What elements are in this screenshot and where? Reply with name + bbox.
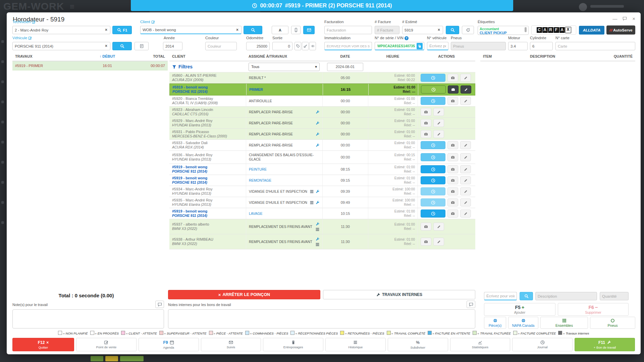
notes-textarea[interactable] [12, 309, 164, 328]
photo-button[interactable] [447, 74, 458, 82]
etiquette-tag[interactable]: Accountant [480, 27, 525, 31]
etiquettes-scrollbar[interactable] [525, 27, 527, 32]
autoserve-button[interactable]: ///AutoServe [606, 25, 635, 35]
edit-job-button[interactable] [460, 209, 471, 218]
job-row[interactable]: #5860 - ALAIN ST-PIERREACURA ZDX (2009) … [169, 72, 475, 83]
etiquette-tag[interactable]: CLIENT PICKUP [480, 31, 525, 35]
clear-technicien-icon[interactable]: × [105, 27, 107, 32]
start-timer-button[interactable] [421, 198, 445, 206]
job-row[interactable]: #5933 - Salvador DaliACURA RDX (2014) RE… [169, 140, 475, 151]
toolbar-historique-button[interactable]: Historique [325, 338, 386, 351]
minimize-icon[interactable]: — [612, 16, 617, 21]
job-row[interactable]: #5923 - Abraham LincolnCADILLAC CTS (201… [169, 107, 475, 118]
napa-canada-button[interactable]: NAPA Canada [508, 317, 538, 329]
internal-notes-textarea[interactable] [168, 309, 475, 328]
job-row[interactable]: #5936 - Marc-André RoyHYUNDAI Elantra (2… [169, 151, 475, 164]
edit-icon[interactable] [28, 36, 32, 40]
start-timer-button[interactable] [421, 85, 446, 94]
start-timer-button[interactable] [421, 209, 445, 218]
toolbar-statistiques-button[interactable]: Statistiques [450, 338, 511, 351]
photo-button[interactable] [421, 108, 431, 116]
internal-jobs-button[interactable]: TRAVAUX INTERNES [323, 290, 475, 299]
job-row[interactable]: #5938 - Arthur RIMBEAUBMW X3 (2022) REMP… [169, 234, 475, 249]
job-row[interactable]: #5919 - benoit wongPORSCHE 911 (2014) PR… [169, 83, 475, 96]
part-search-button[interactable] [520, 292, 533, 300]
technicien-input[interactable] [12, 26, 110, 34]
jobs-col-header[interactable]: ASSIGNÉ À/TRAVAUX [246, 52, 322, 61]
items-col-header[interactable]: QUANTITÉ [600, 52, 635, 61]
immatriculation-input[interactable] [324, 42, 372, 50]
start-timer-button[interactable] [421, 176, 445, 184]
moteur-input[interactable] [508, 42, 528, 50]
timer-col-header[interactable]: TRAVAUX [12, 52, 89, 61]
vehicule-input[interactable] [12, 42, 110, 50]
stop-punch-button[interactable]: ×ARRÊTER LE POINÇON [168, 290, 320, 299]
timer-row[interactable]: #5919 - PRIMER16:0100:00:07 [12, 61, 168, 70]
close-icon[interactable]: × [632, 16, 635, 21]
internal-notes-comment-button[interactable] [467, 301, 475, 308]
photo-button[interactable] [447, 153, 458, 161]
client-search-button[interactable] [244, 26, 262, 34]
carfax-button[interactable]: CARFAX [531, 25, 576, 35]
annee-input[interactable] [163, 42, 182, 50]
edit-icon[interactable] [151, 20, 155, 24]
job-row[interactable]: #5929 - Marc-André RoyHYUNDAI Elantra (2… [169, 118, 475, 129]
estime-input[interactable] [402, 26, 443, 34]
edit-job-button[interactable] [460, 153, 471, 161]
photo-button[interactable] [421, 119, 431, 127]
edit-job-button[interactable] [460, 97, 471, 105]
edit-job-button[interactable] [433, 108, 444, 116]
edit-job-button[interactable] [433, 119, 444, 127]
photo-button[interactable] [447, 97, 458, 105]
photo-button[interactable] [447, 141, 458, 149]
edit-job-button[interactable] [433, 238, 444, 246]
job-row[interactable]: #5920 - Bianca TremblayACURA TL IV (UA8/… [169, 96, 475, 107]
copy-vin-button[interactable] [417, 43, 423, 49]
start-timer-button[interactable] [421, 97, 445, 105]
toolbar-quitter-button[interactable]: F12×Quitter [12, 338, 74, 351]
photo-button[interactable] [421, 238, 431, 246]
etiquettes-box[interactable]: AccountantCLIENT PICKUP [478, 26, 529, 35]
notes-comment-button[interactable] [155, 301, 164, 308]
photo-button[interactable] [447, 165, 458, 173]
clear-estime-icon[interactable]: × [438, 27, 440, 32]
start-timer-button[interactable] [421, 141, 445, 149]
odometre-input[interactable] [246, 42, 270, 50]
filter-date-input[interactable]: 2024-08-01 [327, 63, 363, 71]
filter-select[interactable]: Tous▾ [249, 63, 320, 71]
job-row[interactable]: #5919 - benoit wongPORSCHE 911 (2014) RE… [169, 175, 475, 186]
toolbar--bon-de-travail-button[interactable]: F11+ Bon de travail [575, 338, 635, 351]
start-timer-button[interactable] [421, 187, 445, 195]
ensembles-button[interactable]: Ensembles [540, 317, 588, 329]
clear-vehicule-icon[interactable]: × [105, 44, 107, 48]
toolbar-point-de-vente-button[interactable]: Point de vente [76, 338, 137, 351]
photo-button[interactable] [447, 187, 458, 195]
alldata-button[interactable]: ALLDATA [579, 26, 604, 35]
cylindree-input[interactable] [530, 42, 553, 50]
client-input[interactable] [140, 26, 241, 34]
eye-button[interactable] [309, 42, 316, 50]
jobs-col-header[interactable]: HEURE [368, 52, 418, 61]
edit-job-button[interactable] [460, 176, 471, 184]
toolbar-suivis-button[interactable]: Suivis [201, 338, 261, 351]
estime-search-button[interactable] [446, 26, 459, 34]
job-row[interactable]: #5931 - Pablo PicassoMERCEDES-BENZ E-Cla… [169, 129, 475, 140]
timer-col-header[interactable]: TOTAL [126, 52, 168, 61]
job-row[interactable]: #5934 - Marc-André RoyHYUNDAI Elantra (2… [169, 186, 475, 197]
email-button[interactable] [303, 26, 315, 34]
job-row[interactable]: #5919 - benoit wongPORSCHE 911 (2014) PE… [169, 164, 475, 175]
key-button[interactable] [302, 42, 309, 50]
edit-icon[interactable] [32, 20, 36, 24]
refresh-button[interactable] [462, 26, 474, 34]
edit-job-button[interactable] [461, 85, 471, 94]
start-timer-button[interactable] [421, 153, 445, 161]
timer-col-header[interactable]: ↑ DÉBUT [89, 52, 126, 61]
no-vehicule-input[interactable] [427, 42, 448, 50]
vehicule-search-button[interactable] [112, 42, 132, 50]
photo-button[interactable] [421, 130, 431, 138]
job-row[interactable]: #5919 - benoit wongPORSCHE 911 (2014) LA… [169, 208, 475, 219]
photo-button[interactable] [447, 209, 458, 218]
tag-button[interactable] [294, 42, 301, 50]
filters-toggle[interactable]: Filtres [169, 61, 246, 72]
edit-job-button[interactable] [460, 187, 471, 195]
